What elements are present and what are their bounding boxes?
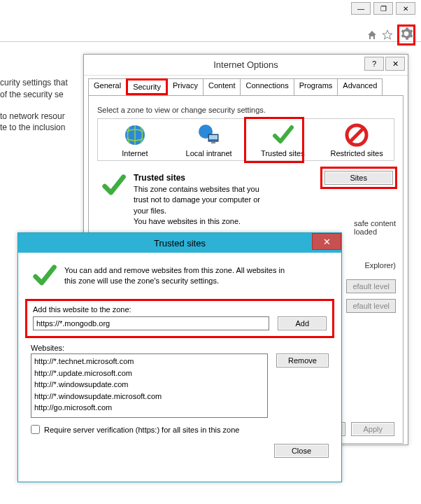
trusted-sites-body: You can add and remove websites from thi… [18,253,341,466]
sites-button-highlight: Sites [320,167,397,189]
trusted-sites-intro: You can add and remove websites from thi… [31,262,329,289]
intro-line: this zone will use the zone's security s… [64,276,219,285]
io-fragment: Explorer) [364,261,396,270]
add-website-input[interactable] [33,316,269,330]
trusted-sites-title: Trusted sites [154,238,206,248]
custom-level-button-fragment[interactable]: efault level [346,279,396,293]
background-page-text: curity settings thatof the security se t… [0,77,80,144]
apply-button[interactable]: Apply [351,422,394,436]
internet-options-title: Internet Options [213,59,278,70]
tab-privacy[interactable]: Privacy [167,78,204,95]
intro-line: You can add and remove websites from thi… [64,266,285,274]
default-level-button-fragment[interactable]: efault level [346,299,396,313]
zone-internet[interactable]: Internet [98,119,172,160]
globe-icon [123,123,147,147]
gear-icon[interactable] [400,27,413,40]
list-item[interactable]: http://*.technet.microsoft.com [34,356,264,368]
tab-general[interactable]: General [88,78,127,95]
require-https-label: Require server verification (https:) for… [44,426,239,434]
zone-desc-line: This zone contains websites that you [134,185,259,193]
checkmark-icon [31,262,57,289]
tab-security[interactable]: Security [126,78,168,95]
list-item[interactable]: http://*.windowsupdate.microsoft.com [34,391,264,402]
zone-description: Trusted sites This zone contains website… [97,168,394,231]
checkmark-large-icon [100,172,127,227]
browser-toolbar [366,24,415,46]
svg-rect-4 [211,141,215,144]
window-controls: — ❐ ✕ [351,2,415,15]
list-item[interactable]: http://go.microsoft.com [34,402,264,414]
tab-connections[interactable]: Connections [240,78,294,95]
favorites-star-icon[interactable] [382,29,393,41]
zone-select-label: Select a zone to view or change security… [97,106,394,114]
home-icon[interactable] [366,29,378,41]
add-website-label: Add this website to the zone: [33,305,327,314]
tools-gear-highlight [397,24,415,46]
tab-advanced[interactable]: Advanced [337,78,383,95]
close-button[interactable]: Close [274,444,329,458]
page-fragment: to network resourte to the inclusion [0,111,80,134]
trusted-sites-close-button[interactable]: ✕ [312,233,341,250]
zone-desc-line: You have websites in this zone. [134,217,241,225]
window-close-button[interactable]: ✕ [396,2,415,15]
websites-label: Websites: [31,344,329,352]
svg-rect-3 [209,135,217,139]
list-item[interactable]: http://*.windowsupdate.com [34,379,264,391]
window-maximize-button[interactable]: ❐ [373,2,393,15]
zone-desc-line: your files. [134,206,166,215]
require-https-checkbox[interactable] [31,425,40,434]
window-minimize-button[interactable]: — [351,2,371,15]
trusted-sites-dialog: Trusted sites ✕ You can add and remove w… [17,232,342,482]
browser-chrome: — ❐ ✕ [0,0,421,42]
tab-content[interactable]: Content [203,78,241,95]
websites-listbox[interactable]: http://*.technet.microsoft.com http://*.… [31,354,268,418]
no-entry-icon [345,123,369,147]
help-button[interactable]: ? [364,57,384,71]
zone-local-intranet[interactable]: Local intranet [172,119,246,160]
sites-button[interactable]: Sites [324,171,393,185]
list-item[interactable]: http://*.update.microsoft.com [34,368,264,379]
zone-desc-line: trust not to damage your computer or [134,195,260,204]
page-fragment: curity settings thatof the security se [0,77,80,101]
require-https-row: Require server verification (https:) for… [31,425,329,434]
zone-restricted-sites[interactable]: Restricted sites [320,119,394,160]
trusted-sites-titlebar[interactable]: Trusted sites ✕ [18,233,341,253]
remove-button[interactable]: Remove [276,354,329,368]
svg-line-6 [350,129,363,141]
zone-selector: Internet Local intranet Trusted sites Re… [97,118,394,161]
io-fragment: safe contentloaded [354,219,396,236]
add-website-highlight: Add this website to the zone: Add [25,299,334,338]
tab-programs[interactable]: Programs [294,78,338,95]
internet-options-titlebar[interactable]: Internet Options ? ✕ [84,55,408,76]
dialog-close-button[interactable]: ✕ [385,57,405,71]
add-button[interactable]: Add [278,316,327,330]
zone-label: Local intranet [173,149,245,158]
zone-label: Restricted sites [321,149,392,158]
intranet-icon [197,123,221,147]
zone-label: Internet [99,149,171,158]
trusted-sites-highlight [244,117,304,163]
internet-options-tabstrip: General Security Privacy Content Connect… [84,76,408,95]
zone-desc-title: Trusted sites [134,173,185,183]
